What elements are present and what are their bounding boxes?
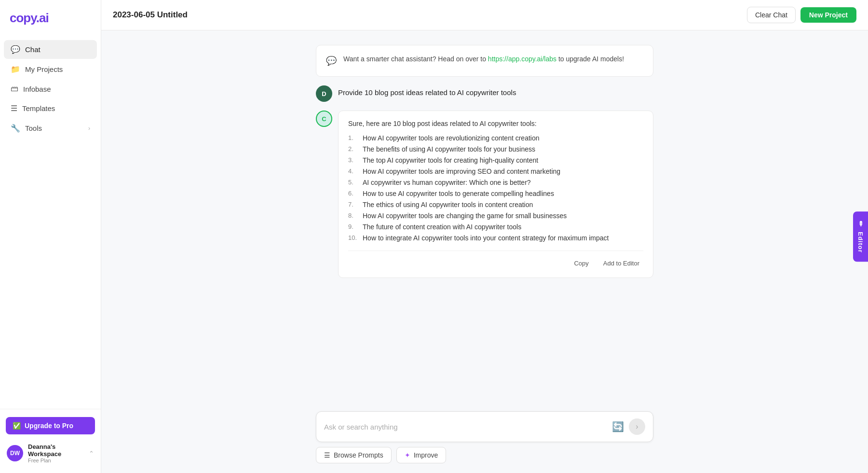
list-text: The ethics of using AI copywriter tools …	[363, 201, 533, 209]
upgrade-icon: ✅	[13, 422, 21, 430]
sidebar-nav: 💬 Chat 📁 My Projects 🗃 Infobase ☰ Templa…	[0, 40, 101, 409]
editor-tab[interactable]: ✏ Editor	[853, 211, 868, 262]
improve-button[interactable]: ✦ Improve	[396, 447, 447, 463]
list-item: 5.AI copywriter vs human copywriter: Whi…	[348, 179, 643, 186]
sidebar: copy.ai 💬 Chat 📁 My Projects 🗃 Infobase …	[0, 0, 101, 473]
infobase-icon: 🗃	[11, 84, 18, 93]
sidebar-item-label: Tools	[25, 124, 42, 132]
header: 2023-06-05 Untitled Clear Chat New Proje…	[101, 0, 868, 30]
list-number: 9.	[348, 223, 359, 231]
sidebar-item-infobase[interactable]: 🗃 Infobase	[4, 80, 97, 98]
workspace-info: Deanna's Workspace Free Plan	[28, 443, 84, 463]
sidebar-item-label: My Projects	[25, 65, 63, 73]
list-number: 10.	[348, 234, 359, 242]
page-title: 2023-06-05 Untitled	[113, 10, 747, 20]
sidebar-item-templates[interactable]: ☰ Templates	[4, 99, 97, 118]
browse-prompts-button[interactable]: ☰ Browse Prompts	[316, 447, 392, 463]
list-item: 4.How AI copywriter tools are improving …	[348, 167, 643, 175]
header-actions: Clear Chat New Project	[747, 7, 856, 23]
chat-area: 💬 Want a smarter chat assistant? Head on…	[101, 30, 868, 403]
clear-chat-button[interactable]: Clear Chat	[747, 7, 796, 23]
main-content: 2023-06-05 Untitled Clear Chat New Proje…	[101, 0, 868, 473]
sidebar-item-my-projects[interactable]: 📁 My Projects	[4, 60, 97, 79]
info-banner-text: Want a smarter chat assistant? Head on o…	[343, 54, 624, 64]
list-number: 8.	[348, 212, 359, 220]
ai-avatar: C	[316, 111, 332, 127]
user-message: D Provide 10 blog post ideas related to …	[316, 85, 653, 102]
list-text: How AI copywriter tools are changing the…	[363, 212, 567, 220]
ai-response: C Sure, here are 10 blog post ideas rela…	[316, 111, 653, 278]
copy-button[interactable]: Copy	[570, 258, 592, 269]
list-number: 4.	[348, 167, 359, 175]
info-banner: 💬 Want a smarter chat assistant? Head on…	[316, 45, 653, 77]
input-wrapper: 🔄 ›	[316, 411, 653, 442]
refresh-button[interactable]: 🔄	[612, 421, 624, 432]
folder-icon: 📁	[11, 65, 20, 74]
list-number: 6.	[348, 190, 359, 197]
workspace-name: Deanna's Workspace	[28, 443, 84, 458]
list-number: 7.	[348, 201, 359, 209]
tools-icon: 🔧	[11, 124, 20, 133]
send-icon: ›	[636, 422, 638, 431]
list-item: 10.How to integrate AI copywriter tools …	[348, 234, 643, 242]
workspace-row[interactable]: DW Deanna's Workspace Free Plan ⌃	[6, 441, 95, 465]
list-text: How AI copywriter tools are revolutioniz…	[363, 134, 540, 142]
chat-icon: 💬	[11, 45, 20, 54]
list-number: 5.	[348, 179, 359, 186]
sidebar-item-label: Templates	[22, 104, 55, 112]
list-number: 2.	[348, 145, 359, 153]
message-icon: 💬	[326, 55, 337, 68]
list-item: 2.The benefits of using AI copywriter to…	[348, 145, 643, 153]
list-number: 3.	[348, 156, 359, 164]
list-text: How AI copywriter tools are improving SE…	[363, 167, 560, 175]
logo: copy.ai	[0, 0, 101, 40]
user-message-text: Provide 10 blog post ideas related to AI…	[338, 85, 516, 97]
logo-text: copy.ai	[10, 11, 49, 25]
send-button[interactable]: ›	[629, 418, 645, 435]
list-number: 1.	[348, 134, 359, 142]
list-item: 8.How AI copywriter tools are changing t…	[348, 212, 643, 220]
list-text: The top AI copywriter tools for creating…	[363, 156, 538, 164]
ai-list: 1.How AI copywriter tools are revolution…	[348, 134, 643, 242]
refresh-icon: 🔄	[612, 421, 624, 432]
workspace-plan: Free Plan	[28, 458, 84, 463]
chevron-right-icon: ›	[88, 125, 90, 132]
ai-intro-text: Sure, here are 10 blog post ideas relate…	[348, 120, 643, 127]
browse-icon: ☰	[324, 451, 330, 459]
sparkle-icon: ✦	[405, 451, 410, 459]
input-area: 🔄 › ☰ Browse Prompts ✦ Improve	[101, 403, 868, 473]
templates-icon: ☰	[11, 104, 17, 113]
list-item: 9.The future of content creation with AI…	[348, 223, 643, 231]
new-project-button[interactable]: New Project	[800, 7, 856, 23]
upgrade-button[interactable]: ✅ Upgrade to Pro	[6, 417, 95, 434]
list-text: The future of content creation with AI c…	[363, 223, 521, 231]
sidebar-item-tools[interactable]: 🔧 Tools ›	[4, 119, 97, 138]
sidebar-item-label: Chat	[25, 45, 41, 54]
edit-icon: ✏	[857, 221, 865, 227]
add-to-editor-button[interactable]: Add to Editor	[599, 258, 643, 269]
list-text: How to use AI copywriter tools to genera…	[363, 190, 554, 197]
chat-container: 💬 Want a smarter chat assistant? Head on…	[316, 45, 653, 278]
info-banner-link[interactable]: https://app.copy.ai/labs	[488, 55, 556, 63]
list-item: 1.How AI copywriter tools are revolution…	[348, 134, 643, 142]
list-item: 6.How to use AI copywriter tools to gene…	[348, 190, 643, 197]
list-item: 3.The top AI copywriter tools for creati…	[348, 156, 643, 164]
list-text: AI copywriter vs human copywriter: Which…	[363, 179, 531, 186]
input-actions: ☰ Browse Prompts ✦ Improve	[316, 447, 653, 463]
ai-response-actions: Copy Add to Editor	[348, 250, 643, 269]
sidebar-item-chat[interactable]: 💬 Chat	[4, 40, 97, 59]
list-text: How to integrate AI copywriter tools int…	[363, 234, 609, 242]
avatar: DW	[7, 445, 23, 461]
chat-input[interactable]	[324, 423, 607, 431]
sidebar-item-label: Infobase	[23, 85, 51, 93]
list-item: 7.The ethics of using AI copywriter tool…	[348, 201, 643, 209]
ai-response-bubble: Sure, here are 10 blog post ideas relate…	[338, 111, 653, 278]
chevron-up-icon: ⌃	[89, 450, 94, 457]
list-text: The benefits of using AI copywriter tool…	[363, 145, 535, 153]
user-avatar: D	[316, 85, 332, 102]
sidebar-bottom: ✅ Upgrade to Pro DW Deanna's Workspace F…	[0, 409, 101, 473]
